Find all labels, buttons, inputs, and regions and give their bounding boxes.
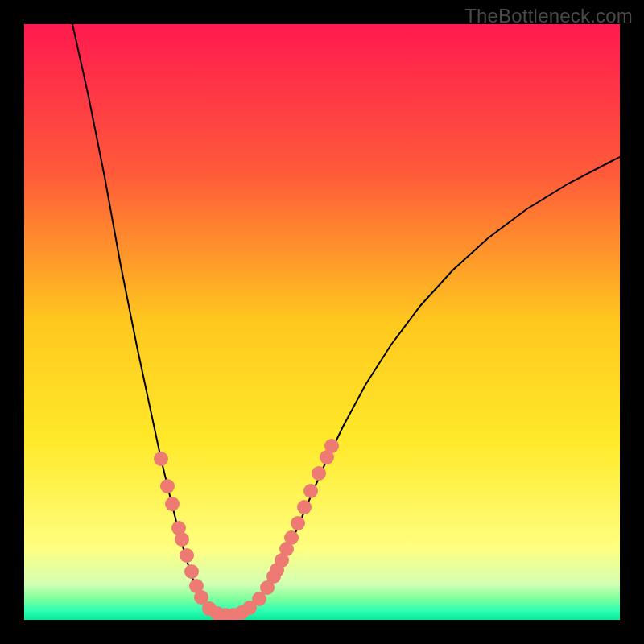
data-marker [291, 516, 305, 530]
data-marker [303, 484, 318, 498]
watermark-text: TheBottleneck.com [464, 5, 633, 27]
marker-group [154, 439, 339, 620]
data-marker [284, 530, 299, 545]
data-marker [297, 500, 312, 514]
data-marker [165, 497, 180, 511]
data-marker [175, 532, 189, 547]
data-marker [324, 439, 339, 453]
plot-area [24, 24, 620, 620]
data-marker [312, 466, 326, 481]
bottleneck-curve [72, 24, 620, 615]
chart-overlay [24, 24, 620, 620]
chart-frame: TheBottleneck.com [0, 0, 644, 644]
data-marker [160, 479, 175, 493]
data-marker [180, 548, 194, 563]
data-marker [154, 452, 168, 466]
data-marker [184, 564, 199, 579]
